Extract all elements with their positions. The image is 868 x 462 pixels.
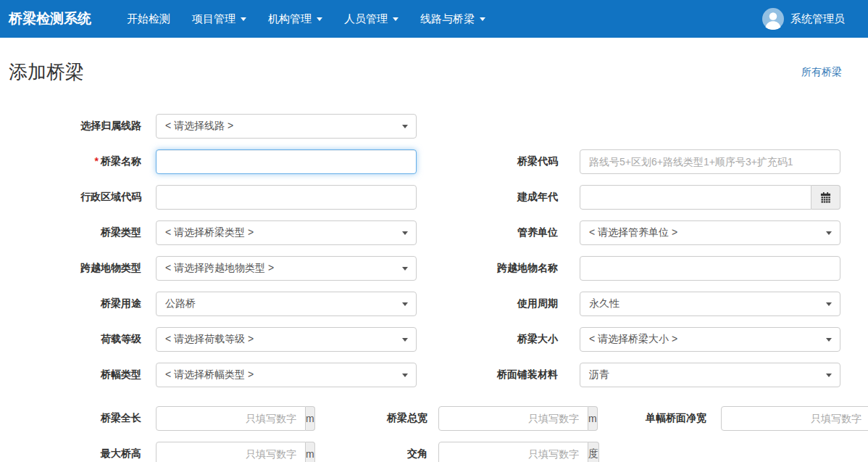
use-period-label: 使用周期	[417, 297, 580, 310]
nav-item-start-inspection[interactable]: 开始检测	[116, 0, 181, 38]
bridge-size-value: < 请选择桥梁大小 >	[589, 333, 677, 346]
deck-type-select[interactable]: < 请选择桥幅类型 >	[156, 363, 417, 387]
form-row: 桥幅类型 < 请选择桥幅类型 > 桥面铺装材料 沥青	[0, 363, 868, 387]
chevron-down-icon	[826, 302, 832, 306]
user-name: 系统管理员	[790, 12, 845, 26]
main-nav: 开始检测 项目管理 机构管理 人员管理 线路与桥梁	[116, 0, 496, 38]
maintain-unit-select[interactable]: < 请选择管养单位 >	[580, 220, 840, 245]
admin-area-code-label: 行政区域代码	[0, 191, 156, 204]
chevron-down-icon	[826, 338, 832, 342]
nav-item-personnel-management[interactable]: 人员管理	[333, 0, 409, 38]
bridge-type-value: < 请选择桥梁类型 >	[165, 226, 254, 239]
built-year-group	[580, 185, 840, 210]
caret-down-icon	[480, 17, 485, 21]
form-row: 桥梁类型 < 请选择桥梁类型 > 管养单位 < 请选择管养单位 >	[0, 220, 868, 245]
user-avatar-icon	[762, 8, 784, 30]
single-deck-clear-width-label: 单幅桥面净宽	[556, 412, 721, 425]
chevron-down-icon	[402, 125, 408, 128]
app-brand[interactable]: 桥梁检测系统	[0, 9, 100, 28]
app-navbar: 桥梁检测系统 开始检测 项目管理 机构管理 人员管理 线路与桥梁 系统管理员	[0, 0, 868, 38]
deck-material-select[interactable]: 沥青	[580, 363, 840, 387]
bridge-size-select[interactable]: < 请选择桥梁大小 >	[580, 327, 840, 352]
cross-type-label: 跨越地物类型	[0, 262, 156, 275]
maintain-unit-label: 管养单位	[417, 226, 580, 239]
max-bridge-height-group: m	[156, 442, 273, 462]
form-row: *桥梁名称 桥梁代码	[0, 149, 868, 174]
nav-item-label: 线路与桥梁	[420, 12, 475, 26]
form-row: 桥梁全长 m 桥梁总宽 m 单幅桥面净宽 m	[0, 406, 868, 431]
bridge-usage-label: 桥梁用途	[0, 297, 156, 310]
load-level-value: < 请选择荷载等级 >	[165, 333, 254, 346]
bridge-name-label-text: 桥梁名称	[101, 155, 141, 167]
chevron-down-icon	[402, 231, 408, 235]
total-length-label: 桥梁全长	[0, 412, 156, 425]
skew-angle-label: 交角	[273, 447, 438, 461]
belong-line-value: < 请选择线路 >	[165, 120, 233, 133]
nav-item-label: 开始检测	[127, 12, 170, 26]
required-asterisk: *	[95, 155, 99, 167]
unit-addon: 度	[588, 442, 599, 462]
use-period-select[interactable]: 永久性	[580, 292, 840, 316]
chevron-down-icon	[402, 267, 408, 271]
page-header: 添加桥梁 所有桥梁	[0, 38, 868, 85]
cross-name-label: 跨越地物名称	[417, 262, 580, 275]
load-level-label: 荷载等级	[0, 333, 156, 346]
all-bridges-link[interactable]: 所有桥梁	[801, 66, 842, 79]
nav-item-label: 机构管理	[268, 12, 312, 26]
calendar-icon	[820, 192, 831, 203]
deck-type-label: 桥幅类型	[0, 368, 156, 381]
caret-down-icon	[241, 17, 246, 21]
user-menu[interactable]: 系统管理员	[762, 8, 868, 30]
nav-item-project-management[interactable]: 项目管理	[181, 0, 257, 38]
form-row: 荷载等级 < 请选择荷载等级 > 桥梁大小 < 请选择桥梁大小 >	[0, 327, 868, 352]
chevron-down-icon	[826, 231, 832, 235]
date-picker-button[interactable]	[811, 185, 840, 210]
total-width-group: m	[438, 406, 556, 431]
load-level-select[interactable]: < 请选择荷载等级 >	[156, 327, 417, 352]
deck-type-value: < 请选择桥幅类型 >	[165, 368, 254, 381]
deck-material-value: 沥青	[589, 368, 609, 381]
nav-item-label: 人员管理	[344, 12, 388, 26]
nav-item-org-management[interactable]: 机构管理	[257, 0, 333, 38]
chevron-down-icon	[402, 302, 408, 306]
bridge-usage-select[interactable]: 公路桥	[156, 292, 417, 316]
cross-name-input[interactable]	[580, 256, 840, 281]
bridge-type-label: 桥梁类型	[0, 226, 156, 239]
bridge-code-input[interactable]	[580, 149, 840, 174]
admin-area-code-input[interactable]	[156, 185, 417, 210]
belong-line-label: 选择归属线路	[0, 120, 156, 133]
cross-type-value: < 请选择跨越地物类型 >	[165, 262, 274, 275]
nav-item-label: 项目管理	[192, 12, 235, 26]
skew-angle-group: 度	[438, 442, 556, 462]
form-row: 跨越地物类型 < 请选择跨越地物类型 > 跨越地物名称	[0, 256, 868, 281]
bridge-name-input[interactable]	[156, 149, 417, 174]
use-period-value: 永久性	[589, 297, 619, 310]
single-deck-clear-width-input[interactable]	[721, 406, 868, 431]
total-length-group: m	[156, 406, 273, 431]
form-row: 桥梁用途 公路桥 使用周期 永久性	[0, 292, 868, 316]
built-year-label: 建成年代	[417, 191, 580, 204]
page-title: 添加桥梁	[9, 59, 84, 85]
form-row: 行政区域代码 建成年代	[0, 185, 868, 210]
maintain-unit-value: < 请选择管养单位 >	[589, 226, 677, 239]
bridge-size-label: 桥梁大小	[417, 333, 580, 346]
bridge-usage-value: 公路桥	[165, 297, 196, 310]
form-row: 最大桥高 m 交角 度	[0, 442, 868, 462]
form-row: 选择归属线路 < 请选择线路 >	[0, 114, 868, 139]
max-bridge-height-label: 最大桥高	[0, 447, 156, 461]
chevron-down-icon	[402, 374, 408, 377]
chevron-down-icon	[402, 338, 408, 342]
skew-angle-input[interactable]	[438, 442, 588, 462]
caret-down-icon	[317, 17, 322, 21]
chevron-down-icon	[826, 374, 832, 377]
nav-item-lines-and-bridges[interactable]: 线路与桥梁	[409, 0, 496, 38]
add-bridge-form: 选择归属线路 < 请选择线路 > *桥梁名称 桥梁代码 行政区域代码 建成年代	[0, 114, 868, 462]
single-deck-clear-width-group: m	[721, 406, 838, 431]
bridge-type-select[interactable]: < 请选择桥梁类型 >	[156, 220, 417, 245]
cross-type-select[interactable]: < 请选择跨越地物类型 >	[156, 256, 417, 281]
caret-down-icon	[393, 17, 398, 21]
total-width-label: 桥梁总宽	[273, 412, 438, 425]
bridge-name-label: *桥梁名称	[0, 155, 156, 168]
built-year-input[interactable]	[580, 185, 811, 210]
belong-line-select[interactable]: < 请选择线路 >	[156, 114, 417, 139]
